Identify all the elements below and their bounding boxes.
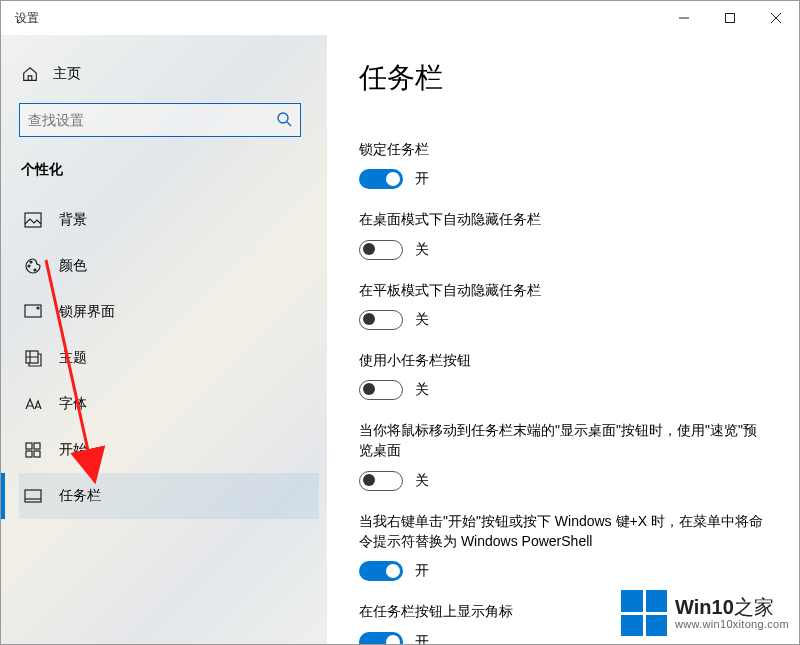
- palette-icon: [23, 257, 43, 275]
- setting-label: 当你将鼠标移动到任务栏末端的"显示桌面"按钮时，使用"速览"预览桌面: [359, 420, 769, 461]
- svg-rect-1: [726, 14, 735, 23]
- close-button[interactable]: [753, 1, 799, 35]
- toggle-switch[interactable]: [359, 561, 403, 581]
- page-title: 任务栏: [359, 59, 769, 97]
- watermark-brand: Win10之家: [675, 596, 789, 618]
- setting-label: 在桌面模式下自动隐藏任务栏: [359, 209, 769, 229]
- toggle-switch[interactable]: [359, 240, 403, 260]
- sidebar: 主页 个性化 背景: [1, 35, 327, 644]
- sidebar-item-start[interactable]: 开始: [19, 427, 319, 473]
- watermark-url: www.win10xitong.com: [675, 618, 789, 630]
- setting-label: 使用小任务栏按钮: [359, 350, 769, 370]
- sidebar-item-taskbar[interactable]: 任务栏: [19, 473, 319, 519]
- toggle-state: 开: [415, 633, 429, 644]
- toggle-state: 关: [415, 381, 429, 399]
- title-bar: 设置: [1, 1, 799, 35]
- search-input[interactable]: [19, 103, 301, 137]
- svg-point-7: [28, 265, 30, 267]
- search-icon: [276, 111, 292, 130]
- home-label: 主页: [53, 65, 81, 83]
- watermark: Win10之家 www.win10xitong.com: [621, 590, 789, 636]
- taskbar-icon: [23, 489, 43, 503]
- toggle-state: 开: [415, 562, 429, 580]
- minimize-button[interactable]: [661, 1, 707, 35]
- toggle-state: 开: [415, 170, 429, 188]
- sidebar-item-fonts[interactable]: 字体: [19, 381, 319, 427]
- toggle-state: 关: [415, 311, 429, 329]
- setting-autohide-tablet: 在平板模式下自动隐藏任务栏 关: [359, 280, 769, 330]
- sidebar-item-label: 开始: [59, 441, 87, 459]
- sidebar-item-themes[interactable]: 主题: [19, 335, 319, 381]
- home-icon: [21, 65, 39, 83]
- content-area: 任务栏 锁定任务栏 开 在桌面模式下自动隐藏任务栏 关 在平板模式下自动隐藏任务…: [327, 35, 799, 644]
- toggle-state: 关: [415, 241, 429, 259]
- window-controls: [661, 1, 799, 35]
- setting-peek-desktop: 当你将鼠标移动到任务栏末端的"显示桌面"按钮时，使用"速览"预览桌面 关: [359, 420, 769, 491]
- toggle-switch[interactable]: [359, 632, 403, 644]
- setting-label: 在平板模式下自动隐藏任务栏: [359, 280, 769, 300]
- sidebar-item-label: 任务栏: [59, 487, 101, 505]
- toggle-switch[interactable]: [359, 471, 403, 491]
- svg-rect-17: [25, 490, 41, 502]
- start-icon: [23, 442, 43, 458]
- sidebar-item-colors[interactable]: 颜色: [19, 243, 319, 289]
- windows-logo-icon: [621, 590, 667, 636]
- sidebar-item-background[interactable]: 背景: [19, 197, 319, 243]
- svg-point-8: [30, 261, 32, 263]
- setting-lock-taskbar: 锁定任务栏 开: [359, 139, 769, 189]
- svg-point-9: [34, 269, 36, 271]
- toggle-switch[interactable]: [359, 169, 403, 189]
- svg-point-4: [278, 113, 288, 123]
- sidebar-item-label: 字体: [59, 395, 87, 413]
- setting-label: 当我右键单击"开始"按钮或按下 Windows 键+X 时，在菜单中将命令提示符…: [359, 511, 769, 552]
- picture-icon: [23, 212, 43, 228]
- toggle-state: 关: [415, 472, 429, 490]
- svg-rect-16: [34, 451, 40, 457]
- sidebar-item-label: 主题: [59, 349, 87, 367]
- svg-point-11: [37, 307, 39, 309]
- setting-label: 锁定任务栏: [359, 139, 769, 159]
- toggle-switch[interactable]: [359, 310, 403, 330]
- lockscreen-icon: [23, 304, 43, 320]
- svg-rect-15: [26, 451, 32, 457]
- svg-rect-13: [26, 443, 32, 449]
- setting-powershell-replace: 当我右键单击"开始"按钮或按下 Windows 键+X 时，在菜单中将命令提示符…: [359, 511, 769, 582]
- setting-small-buttons: 使用小任务栏按钮 关: [359, 350, 769, 400]
- window-title: 设置: [15, 10, 39, 27]
- sidebar-item-label: 锁屏界面: [59, 303, 115, 321]
- svg-rect-6: [25, 213, 41, 227]
- sidebar-item-label: 颜色: [59, 257, 87, 275]
- sidebar-item-label: 背景: [59, 211, 87, 229]
- setting-autohide-desktop: 在桌面模式下自动隐藏任务栏 关: [359, 209, 769, 259]
- home-link[interactable]: 主页: [19, 59, 327, 103]
- section-heading: 个性化: [21, 161, 327, 179]
- sidebar-item-lockscreen[interactable]: 锁屏界面: [19, 289, 319, 335]
- maximize-button[interactable]: [707, 1, 753, 35]
- toggle-switch[interactable]: [359, 380, 403, 400]
- search-field[interactable]: [28, 112, 276, 128]
- themes-icon: [23, 349, 43, 367]
- svg-line-5: [287, 122, 291, 126]
- svg-rect-14: [34, 443, 40, 449]
- font-icon: [23, 396, 43, 412]
